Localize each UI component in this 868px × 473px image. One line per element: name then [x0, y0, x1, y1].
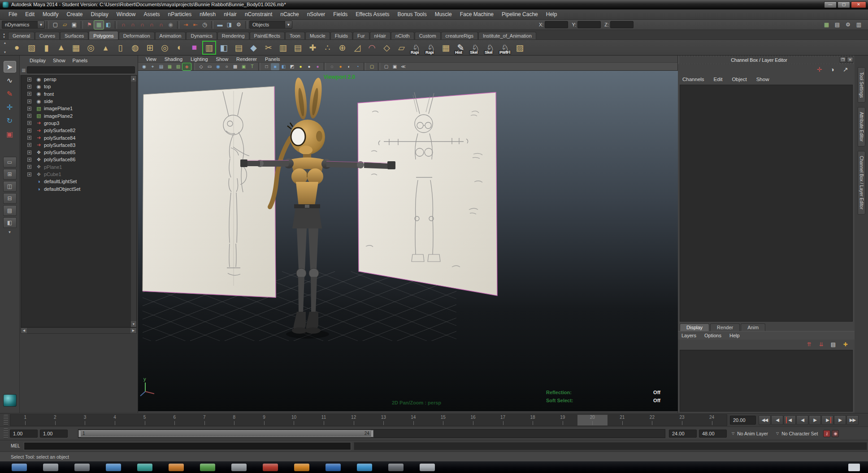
menu-muscle[interactable]: Muscle [431, 11, 456, 17]
layout-menu-arrow-icon[interactable]: ▼ [8, 230, 12, 234]
taskbar-icon-1[interactable] [12, 464, 27, 471]
menu-nparticles[interactable]: nParticles [164, 11, 195, 17]
expand-icon[interactable]: + [27, 136, 31, 140]
save-scene-button[interactable]: ▣ [69, 21, 79, 29]
shelf-menu-icon[interactable]: ▼▼ [3, 34, 5, 38]
taskbar-icon-6[interactable] [169, 464, 184, 471]
status-separator[interactable] [177, 21, 179, 29]
menu-modify[interactable]: Modify [39, 11, 62, 17]
select-by-object-button[interactable]: ▦ [94, 21, 104, 29]
viewport-menu-lighting[interactable]: Lighting [187, 56, 212, 62]
mirror-geometry-button[interactable]: ▥ [202, 41, 216, 55]
menu-fields[interactable]: Fields [329, 11, 352, 17]
set-key-button[interactable]: ⚷ [823, 430, 830, 437]
selection-mask-selector[interactable]: Objects ▼ [249, 21, 292, 29]
open-scene-button[interactable]: ▱ [60, 21, 69, 29]
expand-icon[interactable]: + [27, 121, 31, 125]
rapid-rig-button-1[interactable]: ♘Rapi [409, 41, 423, 55]
frame-22[interactable]: 22 [637, 415, 667, 426]
shelf-tab-fluids[interactable]: Fluids [330, 32, 352, 39]
renderer-default-button[interactable]: ▢ [382, 63, 391, 70]
outliner-item-side[interactable]: +◉side [21, 98, 136, 105]
shelf-tab-toon[interactable]: Toon [285, 32, 305, 39]
new-empty-layer-button[interactable]: ▤ [829, 340, 838, 349]
step-back-frame-button[interactable]: ◀ [771, 415, 783, 425]
image-plane-left[interactable] [143, 86, 276, 297]
lock-camera-button[interactable]: ⌖ [148, 63, 157, 70]
make-live-button[interactable]: ◉ [166, 21, 175, 29]
expand-icon[interactable]: + [27, 85, 31, 89]
expand-icon[interactable]: + [27, 129, 31, 133]
lighting-default-button[interactable]: ● [305, 63, 313, 70]
scroll-down-icon[interactable]: ▼ [131, 321, 136, 327]
poly-select-button[interactable]: ▨ [513, 41, 527, 55]
channel-box-toggle[interactable]: ▥ [854, 21, 864, 29]
shelf-tab-ncloth[interactable]: nCloth [391, 32, 414, 39]
scroll-left-icon[interactable]: ◀ [21, 328, 27, 333]
viewport-menu-renderer[interactable]: Renderer [232, 56, 261, 62]
frame-7[interactable]: 7 [189, 415, 219, 426]
history-button[interactable]: ✎Hist [454, 41, 468, 55]
shadows-toggle[interactable]: ◌ [328, 63, 336, 70]
skeleton-button-2[interactable]: ♘Skel [483, 41, 497, 55]
expand-icon[interactable]: + [27, 77, 31, 82]
motion-blur-toggle[interactable]: ◐ [345, 63, 353, 70]
go-to-start-button[interactable]: ◀◀ [759, 415, 771, 425]
outliner-item-group3[interactable]: +➜group3 [21, 120, 136, 127]
film-gate-toggle[interactable]: ▭ [205, 63, 214, 70]
range-track[interactable]: 1 24 [78, 429, 665, 438]
auto-keyframe-toggle[interactable]: ◉ [832, 430, 839, 437]
insert-edge-loop-button[interactable]: ▥ [276, 41, 290, 55]
layout-four-pane-button[interactable]: ⊞ [3, 169, 17, 180]
time-slider-grip[interactable] [4, 415, 8, 426]
wireframe-mode-button[interactable]: □ [262, 63, 271, 70]
bookmarks-button[interactable]: ▦ [165, 63, 174, 70]
outliner-item-defaultobjectset[interactable]: +◑defaultObjectSet [21, 185, 136, 192]
menu-edit[interactable]: Edit [21, 11, 39, 17]
frame-3[interactable]: 3 [70, 415, 100, 426]
play-backwards-button[interactable]: ◀ [796, 415, 808, 425]
taskbar-icon-8[interactable] [231, 464, 247, 471]
shelf-tab-surfaces[interactable]: Surfaces [60, 32, 88, 39]
viewport-menu-show[interactable]: Show [212, 56, 233, 62]
step-forward-key-button[interactable]: ▶ [821, 415, 833, 425]
frame-11[interactable]: 11 [309, 415, 339, 426]
taskbar-icon-11[interactable] [326, 464, 341, 471]
playback-start-input[interactable]: 1.00 [40, 430, 68, 438]
outliner-vscrollbar[interactable]: ▲ ▼ [130, 76, 136, 327]
frame-13[interactable]: 13 [369, 415, 399, 426]
channelbox-menu-show[interactable]: Show [756, 77, 774, 82]
crease-tool-button[interactable]: ◇ [380, 41, 394, 55]
frame-6[interactable]: 6 [160, 415, 190, 426]
status-separator[interactable] [115, 21, 117, 29]
shelf-tab-general[interactable]: General [8, 32, 35, 39]
split-polygon-button[interactable]: ◿ [350, 41, 364, 55]
command-input[interactable] [24, 442, 351, 450]
x-coord-input[interactable] [545, 21, 568, 28]
poly-plane-button[interactable]: ▦ [69, 41, 83, 55]
outliner-item-polysurface82[interactable]: +➜polySurface82 [21, 127, 136, 134]
maximize-button[interactable]: ▢ [838, 1, 850, 8]
side-tab-attribute-editor[interactable]: Attribute Editor [858, 107, 865, 146]
pwffl-button[interactable]: ♘PWfFl [498, 41, 512, 55]
select-output-connections-button[interactable]: ⇤ [191, 21, 200, 29]
scroll-up-icon[interactable]: ▲ [131, 76, 136, 82]
contrast-icon[interactable]: ◑ [828, 65, 837, 74]
select-tool[interactable]: ➤ [4, 61, 16, 73]
shelf-tab-custom[interactable]: Custom [415, 32, 441, 39]
taskbar-icon-10[interactable] [294, 464, 309, 471]
outliner-menu-show[interactable]: Show [49, 58, 69, 63]
outliner-item-defaultlightset[interactable]: +◑defaultLightSet [21, 178, 136, 185]
menu-face-machine[interactable]: Face Machine [456, 11, 498, 17]
scale-tool[interactable]: ▣ [4, 128, 16, 140]
command-language-label[interactable]: MEL [11, 443, 20, 448]
outliner-item-front[interactable]: +◉front [21, 90, 136, 98]
play-forwards-button[interactable]: ▶ [809, 415, 821, 425]
menu-pipeline-cache[interactable]: Pipeline Cache [498, 11, 542, 17]
select-by-hierarchy-button[interactable]: ⚑ [85, 21, 94, 29]
merge-vertices-button[interactable]: ∴ [321, 41, 334, 55]
menu-display[interactable]: Display [87, 11, 112, 17]
outliner-item-pcube1[interactable]: +❖pCube1 [21, 171, 136, 178]
layer-menu-help[interactable]: Help [729, 333, 744, 338]
menu-nmesh[interactable]: nMesh [195, 11, 220, 17]
